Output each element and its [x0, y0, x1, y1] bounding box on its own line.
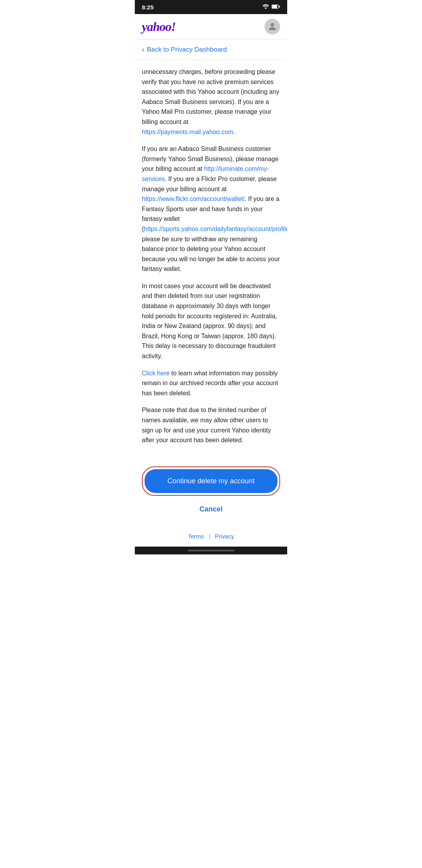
paragraph-deactivation: In most cases your account will be deact…: [142, 281, 280, 361]
svg-point-3: [270, 23, 274, 27]
paragraph-charges: unnecessary charges, before proceeding p…: [142, 67, 280, 137]
battery-icon: [272, 4, 280, 10]
back-navigation[interactable]: ‹ Back to Privacy Dashboard: [135, 39, 287, 60]
paragraph-click-here: Click here to learn what information may…: [142, 368, 280, 398]
home-indicator: [135, 547, 287, 554]
footer-links: Terms | Privacy: [142, 533, 280, 540]
button-area: Continue delete my account Cancel: [135, 462, 287, 524]
status-time: 8:25: [142, 4, 154, 11]
paragraph-identity: Please note that due to the limited numb…: [142, 405, 280, 445]
back-label: Back to Privacy Dashboard: [147, 46, 227, 54]
fantasy-link[interactable]: https://sports.yahoo.com/dailyfantasy/ac…: [144, 226, 287, 232]
status-icons: [262, 4, 280, 11]
cancel-button[interactable]: Cancel: [142, 501, 280, 517]
status-bar: 8:25: [135, 0, 287, 14]
continue-delete-button[interactable]: Continue delete my account: [145, 469, 277, 493]
avatar[interactable]: [265, 19, 280, 34]
back-chevron-icon: ‹: [142, 45, 145, 54]
home-bar: [188, 550, 234, 551]
svg-rect-2: [279, 5, 280, 7]
wifi-icon: [262, 4, 269, 11]
svg-rect-1: [272, 5, 277, 8]
footer: Terms | Privacy: [135, 524, 287, 547]
content-area: unnecessary charges, before proceeding p…: [135, 60, 287, 462]
privacy-link[interactable]: Privacy: [215, 533, 234, 540]
footer-divider: |: [209, 533, 210, 540]
terms-link[interactable]: Terms: [188, 533, 204, 540]
click-here-link[interactable]: Click here: [142, 370, 170, 377]
delete-button-wrapper: Continue delete my account: [142, 466, 280, 496]
flickr-link[interactable]: https://www.flickr.com/account/wallet/: [142, 195, 245, 202]
app-header: yahoo!: [135, 14, 287, 39]
yahoo-logo: yahoo!: [142, 20, 175, 34]
paragraph-aabaco: If you are an Aabaco Small Business cust…: [142, 144, 280, 274]
payments-link[interactable]: https://payments.mail.yahoo.com: [142, 129, 233, 135]
